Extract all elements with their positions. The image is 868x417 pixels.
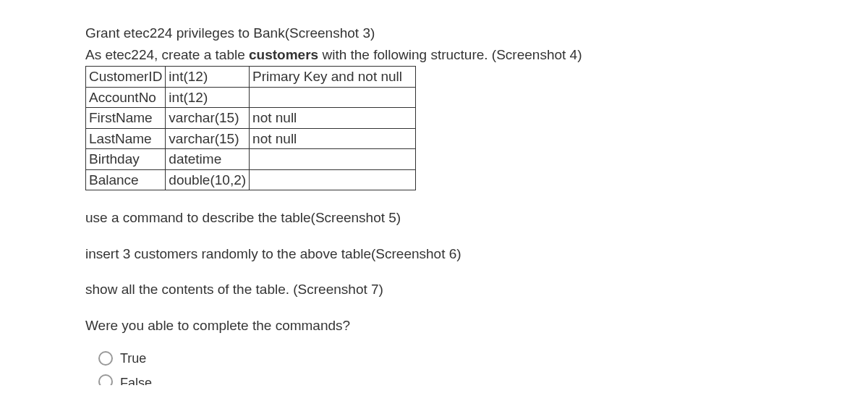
cell-type: varchar(15) (166, 128, 250, 149)
instruction-2: insert 3 customers randomly to the above… (85, 244, 868, 264)
instruction-3: show all the contents of the table. (Scr… (85, 279, 868, 300)
radio-option-true[interactable]: True (98, 349, 868, 368)
table-row: LastName varchar(15) not null (86, 128, 416, 149)
structure-table: CustomerID int(12) Primary Key and not n… (85, 66, 416, 190)
cell-field: AccountNo (86, 87, 166, 108)
intro-bold-customers: customers (249, 47, 318, 62)
cell-type: datetime (166, 149, 250, 170)
cell-constraint (250, 169, 416, 190)
cell-type: varchar(15) (166, 108, 250, 129)
table-row: AccountNo int(12) (86, 87, 416, 108)
radio-label-true: True (120, 349, 146, 368)
cell-field: CustomerID (86, 67, 166, 88)
cell-field: LastName (86, 128, 166, 149)
table-row: FirstName varchar(15) not null (86, 108, 416, 129)
radio-circle-icon (98, 374, 113, 385)
radio-label-false: False (120, 374, 152, 385)
cell-type: double(10,2) (166, 169, 250, 190)
instruction-1: use a command to describe the table(Scre… (85, 208, 868, 228)
intro-line-1: Grant etec224 privileges to Bank(Screens… (85, 23, 868, 43)
cell-type: int(12) (166, 87, 250, 108)
cell-field: Birthday (86, 149, 166, 170)
question-text: Were you able to complete the commands? (85, 316, 868, 336)
table-row: CustomerID int(12) Primary Key and not n… (86, 67, 416, 88)
cell-constraint: Primary Key and not null (250, 67, 416, 88)
radio-group: True False (85, 349, 868, 385)
cell-constraint (250, 149, 416, 170)
cell-field: FirstName (86, 108, 166, 129)
table-row: Balance double(10,2) (86, 169, 416, 190)
cell-constraint: not null (250, 108, 416, 129)
radio-circle-icon (98, 351, 113, 366)
intro-line-2: As etec224, create a table customers wit… (85, 45, 868, 65)
cell-constraint: not null (250, 128, 416, 149)
intro-line-2a: As etec224, create a table (85, 47, 249, 62)
cell-field: Balance (86, 169, 166, 190)
intro-line-2b: with the following structure. (Screensho… (318, 47, 582, 62)
cell-constraint (250, 87, 416, 108)
cell-type: int(12) (166, 67, 250, 88)
radio-option-false[interactable]: False (98, 374, 868, 385)
table-row: Birthday datetime (86, 149, 416, 170)
